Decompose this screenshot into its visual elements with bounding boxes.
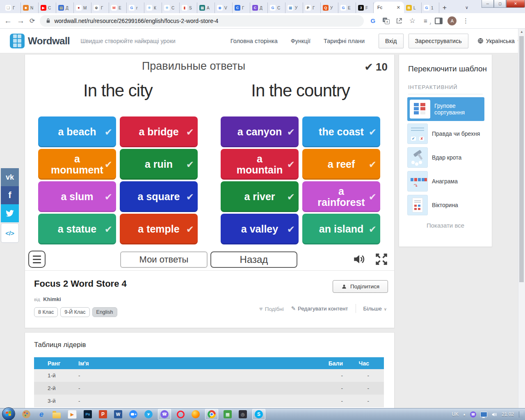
scroll-up-icon[interactable]: ▲ xyxy=(518,30,525,34)
edit-content-link[interactable]: ✎Редагувати контент xyxy=(291,305,348,312)
scrollbar-thumb[interactable] xyxy=(519,36,524,282)
brand-name[interactable]: Wordwall xyxy=(28,35,70,47)
browser-tab[interactable]: ●М xyxy=(74,2,91,13)
browser-tab[interactable]: ❏Г xyxy=(3,2,21,13)
browser-tab[interactable]: ❄С xyxy=(162,2,180,13)
embed-code-button[interactable]: </> xyxy=(1,223,19,243)
sound-icon[interactable] xyxy=(352,252,366,268)
browser-tab[interactable]: BL xyxy=(404,2,422,13)
browser-menu-icon[interactable]: ⋮ xyxy=(461,17,470,25)
tag-english[interactable]: English xyxy=(92,307,117,317)
browser-tab[interactable]: ❄К xyxy=(144,2,162,13)
spreadsheet-app-icon[interactable]: ▦ xyxy=(224,410,232,418)
browser-tab[interactable]: ▶C xyxy=(39,2,56,13)
media-player-icon[interactable]: ▶ xyxy=(68,410,77,419)
like-link[interactable]: ♥Подібні xyxy=(259,305,284,312)
zoom-app-icon[interactable] xyxy=(129,410,137,418)
browser-tab[interactable]: ▦У xyxy=(285,2,303,13)
translate-icon[interactable]: Aa xyxy=(382,17,390,25)
author-link[interactable]: Khimki xyxy=(43,296,61,302)
vk-share-button[interactable]: vk xyxy=(1,168,19,186)
palette-app-icon[interactable] xyxy=(22,410,30,418)
nav-pricing-link[interactable]: Тарифні плани xyxy=(324,38,365,44)
google-icon[interactable]: G xyxy=(369,17,377,25)
game-menu-button[interactable] xyxy=(28,251,46,268)
browser-tab[interactable]: G1 xyxy=(422,2,439,13)
tray-expand-icon[interactable]: ▲ xyxy=(463,413,466,416)
facebook-share-button[interactable]: f xyxy=(1,186,19,204)
register-button[interactable]: Зареєструватись xyxy=(409,34,468,48)
viber-icon[interactable]: ☎ xyxy=(160,410,169,418)
new-tab-button[interactable]: + xyxy=(439,2,450,13)
minimize-button[interactable]: ─ xyxy=(482,0,494,8)
back-icon[interactable]: ← xyxy=(4,17,12,25)
more-menu[interactable]: Більше∨ xyxy=(363,306,387,312)
my-answers-button[interactable]: Мои ответы xyxy=(120,251,208,268)
close-tab-icon[interactable]: ✕ xyxy=(397,5,400,10)
file-explorer-icon[interactable] xyxy=(52,413,61,418)
bookmark-star-icon[interactable]: ☆ xyxy=(408,17,416,25)
browser-tab[interactable]: CГ xyxy=(233,2,250,13)
photo-app-icon[interactable]: ◎ xyxy=(239,410,247,418)
language-selector[interactable]: Українська ∨ xyxy=(477,38,520,44)
volume-icon[interactable] xyxy=(491,411,498,418)
nav-features-link[interactable]: Функції xyxy=(291,38,310,44)
opera-icon[interactable] xyxy=(176,410,185,418)
wordwall-logo-icon[interactable] xyxy=(10,34,25,48)
login-button[interactable]: Вхід xyxy=(379,34,403,48)
twitter-share-button[interactable] xyxy=(1,204,19,222)
browser-tab[interactable]: ☻N xyxy=(21,2,39,13)
telegram-icon[interactable]: ➤ xyxy=(144,410,153,418)
start-button[interactable] xyxy=(2,407,15,420)
chrome-icon[interactable] xyxy=(208,410,216,418)
forward-icon[interactable]: → xyxy=(17,17,25,25)
browser-tab[interactable]: GE xyxy=(338,2,356,13)
nav-home-link[interactable]: Головна сторінка xyxy=(231,38,278,44)
browser-tab[interactable]: CД xyxy=(250,2,268,13)
template-anagram[interactable]: ↷ Анаграма xyxy=(407,171,484,192)
page-scrollbar[interactable]: ▲ xyxy=(518,29,525,408)
skype-icon[interactable]: S xyxy=(255,410,263,418)
internet-explorer-icon[interactable]: e xyxy=(37,410,46,418)
browser-tab[interactable]: GC xyxy=(268,2,285,13)
profile-avatar[interactable]: A xyxy=(447,16,457,25)
tray-viber-icon[interactable]: ☎ xyxy=(470,411,476,418)
browser-tab[interactable]: 3F xyxy=(356,2,374,13)
template-whack-a-mole[interactable]: Вдар крота xyxy=(407,147,484,168)
address-bar[interactable]: wordwall.net/ru/resource/26299166/englis… xyxy=(40,15,364,27)
back-button[interactable]: Назад xyxy=(210,251,297,268)
browser-tab-active[interactable]: Fc✕ xyxy=(374,2,404,13)
reload-icon[interactable]: ⟳ xyxy=(30,18,35,24)
close-window-button[interactable]: ✕ xyxy=(506,0,525,8)
show-all-templates-link[interactable]: Показати все xyxy=(399,222,492,229)
browser-tab[interactable]: ⊕Г xyxy=(91,2,109,13)
template-group-sort[interactable]: Групове сортування xyxy=(407,97,484,121)
photoshop-icon[interactable]: Ps xyxy=(84,410,92,418)
browser-tab[interactable]: ▤Д xyxy=(56,2,74,13)
firefox-icon[interactable] xyxy=(192,410,200,418)
powerpoint-icon[interactable]: P xyxy=(99,410,107,418)
browser-tab[interactable]: Gг xyxy=(127,2,144,13)
word-icon[interactable]: W xyxy=(114,410,122,418)
browser-tab[interactable]: QУ xyxy=(321,2,338,13)
tag-grade9[interactable]: 9-Й Клас xyxy=(60,307,89,317)
template-true-false[interactable]: ✔✘ Правда чи брехня xyxy=(407,123,484,144)
browser-tab[interactable]: ▮S xyxy=(180,2,197,13)
tab-overflow-chevron-icon[interactable]: ∨ xyxy=(462,2,472,12)
browser-tab[interactable]: РГ xyxy=(303,2,321,13)
maximize-button[interactable]: ◻ xyxy=(494,0,506,8)
show-desktop-button[interactable] xyxy=(519,411,523,418)
browser-tab[interactable]: ME xyxy=(109,2,127,13)
clock[interactable]: 21:02 xyxy=(502,411,514,417)
keyboard-language-indicator[interactable]: UK xyxy=(452,411,459,417)
share-button[interactable]: Поділитися xyxy=(333,280,388,293)
browser-tab[interactable]: ▦А xyxy=(197,2,215,13)
share-icon[interactable] xyxy=(395,17,403,25)
side-panel-icon[interactable] xyxy=(434,17,443,25)
playlist-icon[interactable]: ≡♪ xyxy=(421,17,429,25)
tag-grade8[interactable]: 8 Клас xyxy=(34,307,58,317)
fullscreen-icon[interactable] xyxy=(374,252,388,268)
browser-tab[interactable]: ◉V xyxy=(215,2,233,13)
network-display-icon[interactable] xyxy=(480,412,487,417)
template-quiz[interactable]: Вікторина xyxy=(407,195,484,215)
